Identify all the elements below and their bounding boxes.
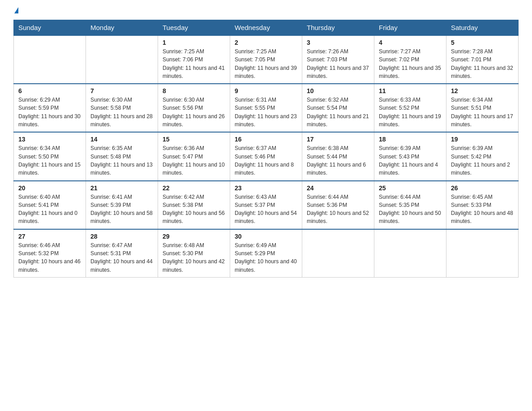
cell-inner: 14Sunrise: 6:35 AMSunset: 5:48 PMDayligh… xyxy=(90,136,153,177)
page-header xyxy=(13,9,519,15)
day-info: Sunrise: 6:32 AMSunset: 5:54 PMDaylight:… xyxy=(307,96,369,128)
weekday-header-saturday: Saturday xyxy=(446,20,519,36)
cell-inner: 27Sunrise: 6:46 AMSunset: 5:32 PMDayligh… xyxy=(18,233,81,274)
weekday-header-wednesday: Wednesday xyxy=(230,20,302,36)
calendar-cell: 5Sunrise: 7:28 AMSunset: 7:01 PMDaylight… xyxy=(446,35,519,84)
cell-inner: 29Sunrise: 6:48 AMSunset: 5:30 PMDayligh… xyxy=(163,233,225,274)
week-row-2: 6Sunrise: 6:29 AMSunset: 5:59 PMDaylight… xyxy=(14,84,519,132)
calendar-cell: 21Sunrise: 6:41 AMSunset: 5:39 PMDayligh… xyxy=(86,181,158,229)
calendar-cell: 28Sunrise: 6:47 AMSunset: 5:31 PMDayligh… xyxy=(86,229,158,278)
day-info: Sunrise: 6:34 AMSunset: 5:51 PMDaylight:… xyxy=(451,96,514,128)
day-info: Sunrise: 6:39 AMSunset: 5:42 PMDaylight:… xyxy=(451,144,514,177)
week-row-4: 20Sunrise: 6:40 AMSunset: 5:41 PMDayligh… xyxy=(14,181,519,229)
calendar-cell: 25Sunrise: 6:44 AMSunset: 5:35 PMDayligh… xyxy=(374,181,446,229)
weekday-header-friday: Friday xyxy=(374,20,446,36)
calendar-cell xyxy=(446,229,519,278)
cell-inner: 24Sunrise: 6:44 AMSunset: 5:36 PMDayligh… xyxy=(307,184,369,226)
day-info: Sunrise: 6:47 AMSunset: 5:31 PMDaylight:… xyxy=(90,241,153,274)
day-info: Sunrise: 6:29 AMSunset: 5:59 PMDaylight:… xyxy=(18,96,81,128)
calendar-cell: 13Sunrise: 6:34 AMSunset: 5:50 PMDayligh… xyxy=(14,132,86,180)
cell-inner: 4Sunrise: 7:27 AMSunset: 7:02 PMDaylight… xyxy=(379,39,442,80)
cell-inner: 15Sunrise: 6:36 AMSunset: 5:47 PMDayligh… xyxy=(163,136,225,177)
calendar-cell: 9Sunrise: 6:31 AMSunset: 5:55 PMDaylight… xyxy=(230,84,302,132)
day-info: Sunrise: 6:41 AMSunset: 5:39 PMDaylight:… xyxy=(90,193,153,226)
day-number: 29 xyxy=(163,233,225,240)
calendar-cell: 20Sunrise: 6:40 AMSunset: 5:41 PMDayligh… xyxy=(14,181,86,229)
cell-inner: 20Sunrise: 6:40 AMSunset: 5:41 PMDayligh… xyxy=(18,184,81,226)
day-number: 28 xyxy=(90,233,153,240)
calendar-cell: 11Sunrise: 6:33 AMSunset: 5:52 PMDayligh… xyxy=(374,84,446,132)
day-number: 6 xyxy=(18,87,81,94)
day-number: 14 xyxy=(90,136,153,143)
calendar-cell: 2Sunrise: 7:25 AMSunset: 7:05 PMDaylight… xyxy=(230,35,302,84)
day-number: 13 xyxy=(18,136,81,143)
calendar-table: SundayMondayTuesdayWednesdayThursdayFrid… xyxy=(13,20,519,278)
day-info: Sunrise: 6:31 AMSunset: 5:55 PMDaylight:… xyxy=(235,96,297,128)
calendar-cell: 17Sunrise: 6:38 AMSunset: 5:44 PMDayligh… xyxy=(302,132,374,180)
calendar-cell: 1Sunrise: 7:25 AMSunset: 7:06 PMDaylight… xyxy=(158,35,230,84)
day-number: 17 xyxy=(307,136,369,143)
cell-inner: 9Sunrise: 6:31 AMSunset: 5:55 PMDaylight… xyxy=(235,87,297,128)
day-number: 11 xyxy=(379,87,442,94)
day-number: 27 xyxy=(18,233,81,240)
day-number: 26 xyxy=(451,184,514,192)
logo xyxy=(13,9,18,15)
calendar-cell: 19Sunrise: 6:39 AMSunset: 5:42 PMDayligh… xyxy=(446,132,519,180)
day-info: Sunrise: 6:33 AMSunset: 5:52 PMDaylight:… xyxy=(379,96,442,128)
day-info: Sunrise: 6:48 AMSunset: 5:30 PMDaylight:… xyxy=(163,241,225,274)
cell-inner: 17Sunrise: 6:38 AMSunset: 5:44 PMDayligh… xyxy=(307,136,369,177)
cell-inner: 18Sunrise: 6:39 AMSunset: 5:43 PMDayligh… xyxy=(379,136,442,177)
day-info: Sunrise: 6:40 AMSunset: 5:41 PMDaylight:… xyxy=(18,193,81,226)
calendar-cell: 6Sunrise: 6:29 AMSunset: 5:59 PMDaylight… xyxy=(14,84,86,132)
calendar-cell xyxy=(302,229,374,278)
weekday-header-row: SundayMondayTuesdayWednesdayThursdayFrid… xyxy=(14,20,519,36)
cell-inner: 1Sunrise: 7:25 AMSunset: 7:06 PMDaylight… xyxy=(163,39,225,80)
day-info: Sunrise: 6:45 AMSunset: 5:33 PMDaylight:… xyxy=(451,193,514,226)
day-number: 21 xyxy=(90,184,153,192)
day-number: 20 xyxy=(18,184,81,192)
calendar-cell xyxy=(14,35,86,84)
day-info: Sunrise: 6:43 AMSunset: 5:37 PMDaylight:… xyxy=(235,193,297,226)
cell-inner: 12Sunrise: 6:34 AMSunset: 5:51 PMDayligh… xyxy=(451,87,514,128)
cell-inner: 16Sunrise: 6:37 AMSunset: 5:46 PMDayligh… xyxy=(235,136,297,177)
day-number: 10 xyxy=(307,87,369,94)
day-number: 25 xyxy=(379,184,442,192)
calendar-cell: 8Sunrise: 6:30 AMSunset: 5:56 PMDaylight… xyxy=(158,84,230,132)
day-info: Sunrise: 6:30 AMSunset: 5:58 PMDaylight:… xyxy=(90,96,153,128)
cell-inner: 13Sunrise: 6:34 AMSunset: 5:50 PMDayligh… xyxy=(18,136,81,177)
cell-inner: 3Sunrise: 7:26 AMSunset: 7:03 PMDaylight… xyxy=(307,39,369,80)
cell-inner: 10Sunrise: 6:32 AMSunset: 5:54 PMDayligh… xyxy=(307,87,369,128)
day-info: Sunrise: 6:37 AMSunset: 5:46 PMDaylight:… xyxy=(235,144,297,177)
day-number: 4 xyxy=(379,39,442,46)
day-info: Sunrise: 6:30 AMSunset: 5:56 PMDaylight:… xyxy=(163,96,225,128)
day-info: Sunrise: 6:44 AMSunset: 5:35 PMDaylight:… xyxy=(379,193,442,226)
day-number: 15 xyxy=(163,136,225,143)
calendar-cell xyxy=(374,229,446,278)
day-number: 16 xyxy=(235,136,297,143)
calendar-cell: 4Sunrise: 7:27 AMSunset: 7:02 PMDaylight… xyxy=(374,35,446,84)
weekday-header-monday: Monday xyxy=(86,20,158,36)
day-number: 24 xyxy=(307,184,369,192)
calendar-cell: 10Sunrise: 6:32 AMSunset: 5:54 PMDayligh… xyxy=(302,84,374,132)
cell-inner: 2Sunrise: 7:25 AMSunset: 7:05 PMDaylight… xyxy=(235,39,297,80)
day-info: Sunrise: 7:28 AMSunset: 7:01 PMDaylight:… xyxy=(451,47,514,80)
week-row-5: 27Sunrise: 6:46 AMSunset: 5:32 PMDayligh… xyxy=(14,229,519,278)
cell-inner: 26Sunrise: 6:45 AMSunset: 5:33 PMDayligh… xyxy=(451,184,514,226)
cell-inner: 22Sunrise: 6:42 AMSunset: 5:38 PMDayligh… xyxy=(163,184,225,226)
calendar-cell: 24Sunrise: 6:44 AMSunset: 5:36 PMDayligh… xyxy=(302,181,374,229)
calendar-cell: 22Sunrise: 6:42 AMSunset: 5:38 PMDayligh… xyxy=(158,181,230,229)
calendar-cell xyxy=(86,35,158,84)
day-number: 12 xyxy=(451,87,514,94)
calendar-cell: 16Sunrise: 6:37 AMSunset: 5:46 PMDayligh… xyxy=(230,132,302,180)
day-info: Sunrise: 6:39 AMSunset: 5:43 PMDaylight:… xyxy=(379,144,442,177)
day-number: 18 xyxy=(379,136,442,143)
cell-inner: 8Sunrise: 6:30 AMSunset: 5:56 PMDaylight… xyxy=(163,87,225,128)
day-number: 9 xyxy=(235,87,297,94)
day-number: 7 xyxy=(90,87,153,94)
calendar-cell: 26Sunrise: 6:45 AMSunset: 5:33 PMDayligh… xyxy=(446,181,519,229)
day-number: 3 xyxy=(307,39,369,46)
day-info: Sunrise: 6:34 AMSunset: 5:50 PMDaylight:… xyxy=(18,144,81,177)
day-number: 23 xyxy=(235,184,297,192)
cell-inner: 23Sunrise: 6:43 AMSunset: 5:37 PMDayligh… xyxy=(235,184,297,226)
day-number: 19 xyxy=(451,136,514,143)
